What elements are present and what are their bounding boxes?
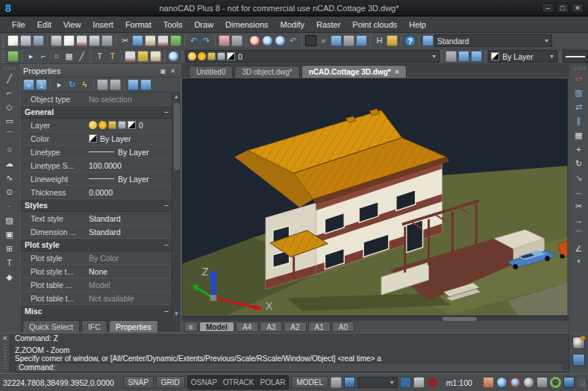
zoom-dynamic-icon[interactable] — [262, 35, 273, 46]
screens-panel-icon[interactable] — [572, 354, 585, 366]
find-icon[interactable]: ⌕ — [318, 35, 329, 46]
properties-header[interactable]: Properties ▣ ✕ — [20, 65, 181, 78]
menu-modify[interactable]: Modify — [275, 18, 310, 31]
layer-plot-icon[interactable] — [217, 52, 225, 60]
snap-toggle[interactable]: SNAP — [123, 376, 154, 389]
scroll-up-icon[interactable]: ▲ — [172, 93, 181, 101]
command-history[interactable]: Command: Z Z,ZOOM - Zoom Specify corner … — [10, 334, 569, 373]
select-circle-icon[interactable]: ○ — [51, 51, 62, 62]
fillet-icon[interactable]: ⌒ — [573, 229, 584, 240]
command-input[interactable]: Command: — [15, 363, 564, 372]
collapse-icon[interactable]: − — [164, 307, 169, 316]
layer-off-icon[interactable] — [471, 51, 482, 62]
scroll-down-icon[interactable]: ▼ — [172, 310, 181, 319]
sketch-icon[interactable] — [387, 35, 398, 46]
property-value[interactable]: 0.0000 — [89, 188, 181, 197]
tab-ifc[interactable]: IFC — [81, 320, 107, 332]
compass-icon[interactable] — [427, 377, 438, 388]
menu-view[interactable]: View — [57, 18, 87, 31]
selection-cursor-icon[interactable] — [400, 377, 411, 388]
fullscreen-icon[interactable] — [563, 377, 575, 388]
notifications-icon[interactable] — [537, 377, 548, 388]
pick-objects-icon[interactable]: ▸ — [54, 79, 65, 90]
menu-format[interactable]: Format — [119, 18, 157, 31]
layer-lock-icon[interactable] — [207, 52, 216, 60]
section-plot-style[interactable]: Plot style − — [20, 239, 181, 251]
select-polyline-icon[interactable]: ⌐ — [38, 51, 49, 62]
assistant-icon[interactable] — [572, 337, 585, 349]
screen-area-icon[interactable] — [343, 35, 354, 46]
paste-properties-icon[interactable] — [110, 79, 121, 90]
properties-palette-icon[interactable] — [305, 35, 316, 46]
property-value[interactable]: 100.0000 — [89, 161, 181, 170]
property-value[interactable]: Standard — [89, 214, 181, 223]
sheet-tab-a1[interactable]: A1 — [308, 322, 331, 332]
collapse-icon[interactable]: − — [164, 201, 169, 210]
format-painter-icon[interactable] — [170, 35, 181, 46]
menu-draw[interactable]: Draw — [188, 18, 219, 31]
layer-sun-icon[interactable] — [98, 121, 107, 129]
stretch-icon[interactable]: ↔ — [573, 187, 584, 198]
restore-panel-icon[interactable] — [140, 79, 151, 90]
layer-combo[interactable]: 0 ▼ — [185, 50, 440, 63]
menu-tools[interactable]: Tools — [157, 18, 189, 31]
drawing-canvas[interactable]: Z X — [181, 78, 569, 316]
hatch-icon[interactable]: ▨ — [4, 215, 15, 226]
sheet-tab-a2[interactable]: A2 — [284, 322, 306, 332]
sheet-tab-a4[interactable]: A4 — [236, 322, 258, 332]
section-styles[interactable]: Styles − — [20, 199, 181, 212]
chevron-down-icon[interactable]: ▼ — [387, 380, 395, 385]
chamfer-icon[interactable]: ∠ — [573, 243, 584, 254]
sheet-tab-model[interactable]: Model — [199, 322, 234, 332]
workspace-icon[interactable] — [331, 377, 342, 388]
select-cursor-icon[interactable]: ▸ — [25, 51, 37, 62]
spline-icon[interactable]: ∿ — [4, 172, 15, 184]
calculator-icon[interactable] — [356, 35, 367, 46]
tab-properties[interactable]: Properties — [109, 320, 158, 332]
line-icon[interactable]: ╱ — [4, 73, 15, 84]
pan-hand-icon[interactable] — [483, 377, 494, 388]
open-file-icon[interactable] — [20, 35, 31, 46]
arc-icon[interactable]: ⌒ — [4, 130, 15, 141]
copy-object-icon[interactable]: ▥ — [573, 87, 584, 98]
collapse-icon[interactable]: − — [164, 107, 169, 116]
property-value[interactable]: Not available — [89, 294, 181, 303]
ifc-panel-icon[interactable] — [128, 79, 139, 90]
property-value[interactable]: By Layer — [89, 134, 181, 143]
visual-style-combo[interactable]: ▼ — [357, 377, 398, 388]
new-file-icon[interactable] — [7, 35, 19, 46]
select-grid-icon[interactable]: ▦ — [63, 51, 75, 62]
layer-new-icon[interactable] — [125, 51, 136, 62]
extend-icon[interactable]: → — [573, 215, 584, 226]
explode-icon[interactable]: * — [573, 257, 584, 269]
marker-icon[interactable] — [219, 35, 230, 46]
layer-visibility-bulb-icon[interactable] — [89, 121, 97, 129]
doc-tab-untitled0[interactable]: Untitled0 — [189, 66, 233, 78]
copy-icon[interactable] — [132, 35, 143, 46]
toolbar-grip[interactable] — [4, 67, 16, 70]
erase-icon[interactable]: ▱ — [573, 73, 584, 84]
orbit-icon[interactable] — [496, 377, 507, 388]
status-ring-icon[interactable] — [550, 377, 561, 388]
layer-match-icon[interactable] — [168, 51, 179, 62]
plot-settings-icon[interactable] — [89, 35, 100, 46]
osnap-toggle[interactable]: OSNAP — [191, 378, 217, 387]
help-icon[interactable]: ? — [404, 35, 416, 46]
text-single-icon[interactable]: T — [94, 51, 105, 62]
monitor-icon[interactable] — [344, 377, 355, 388]
layer-states-icon[interactable] — [150, 51, 161, 62]
lock-icon[interactable] — [413, 377, 425, 388]
zoom-window-icon[interactable] — [275, 35, 286, 46]
point-icon[interactable]: · — [4, 201, 15, 212]
orbit-active-icon[interactable] — [510, 377, 521, 388]
chevron-down-icon[interactable]: ▼ — [428, 54, 437, 59]
array-icon[interactable]: ▦ — [573, 130, 584, 141]
rotate-icon[interactable]: ↻ — [573, 158, 584, 169]
zoom-realtime-icon[interactable] — [249, 35, 260, 46]
block-icon[interactable]: ◆ — [4, 272, 15, 283]
redo-icon[interactable]: ↷ — [201, 35, 212, 46]
menu-file[interactable]: File — [6, 18, 31, 31]
menu-point-clouds[interactable]: Point clouds — [346, 18, 403, 31]
property-value[interactable]: 0 — [89, 121, 181, 130]
sphere-gray-icon[interactable] — [523, 377, 534, 388]
